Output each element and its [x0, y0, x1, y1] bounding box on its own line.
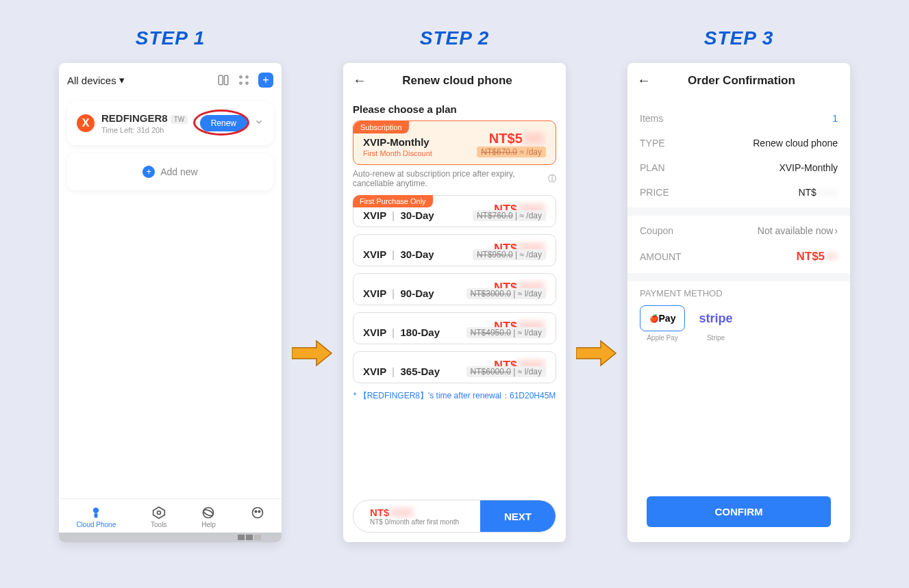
subscription-badge: Subscription	[353, 121, 409, 133]
items-value: 1	[832, 113, 838, 124]
amount-label: AMOUNT	[640, 251, 682, 262]
add-device-button[interactable]: +	[258, 73, 273, 88]
chevron-down-icon: ▾	[119, 74, 125, 86]
svg-point-13	[258, 511, 260, 513]
applepay-icon: 🍎Pay	[640, 305, 685, 331]
choose-plan-prompt: Please choose a plan	[353, 103, 556, 115]
svg-point-5	[246, 82, 248, 84]
layout-toggle-icon[interactable]	[217, 74, 229, 86]
plan-badge: First Purchase Only	[353, 195, 433, 207]
next-bar: NT$000 NT$ 0/month after first month NEX…	[353, 500, 556, 533]
add-new-label: Add new	[160, 166, 197, 177]
all-devices-dropdown[interactable]: All devices ▾	[67, 74, 125, 86]
plan-label: PLAN	[640, 162, 665, 173]
renewal-time-note: * 【REDFINGER8】's time after renewal：61D2…	[353, 390, 556, 402]
svg-point-2	[240, 76, 242, 78]
svg-point-4	[240, 82, 242, 84]
svg-point-6	[93, 508, 99, 513]
plan-price: NT$500	[489, 131, 546, 146]
svg-marker-14	[292, 341, 332, 366]
footer-subprice: NT$ 0/month after first month	[370, 518, 480, 526]
tools-icon	[152, 506, 166, 520]
svg-rect-1	[225, 75, 228, 85]
coupon-label: Coupon	[640, 225, 673, 236]
tab-label: Tools	[151, 521, 166, 528]
plan-card[interactable]: XVIP | 30-DayNT$000NT$950.0 | ≈ /day	[353, 234, 556, 266]
dropdown-label: All devices	[67, 75, 116, 86]
profile-icon	[251, 506, 264, 520]
back-button[interactable]: ←	[353, 73, 366, 88]
plan-card[interactable]: XVIP | 90-DayNT$000NT$3000.0 | ≈ l/day	[353, 273, 556, 305]
plan-card[interactable]: First Purchase OnlyXVIP | 30-DayNT$000NT…	[353, 195, 556, 227]
coupon-value: Not available now ›	[758, 225, 838, 236]
help-icon	[201, 506, 215, 520]
tab-tools[interactable]: Tools	[151, 506, 166, 528]
renew-button[interactable]: Renew	[200, 115, 247, 131]
add-new-card[interactable]: + Add new	[67, 153, 273, 190]
tab-cloud-phone[interactable]: Cloud Phone	[76, 506, 116, 528]
tab-profile[interactable]	[251, 506, 264, 528]
step1-phone: All devices ▾ + X REDFINGER8TW Time Left…	[59, 63, 282, 542]
footer-price: NT$000	[370, 507, 480, 518]
device-name: REDFINGER8	[101, 112, 168, 124]
price-value: NT$0000	[798, 187, 838, 198]
svg-point-11	[252, 508, 262, 518]
step-heading-1: STEP 1	[136, 27, 205, 49]
plan-card[interactable]: XVIP | 180-DayNT$000NT$4950.0 | ≈ l/day	[353, 312, 556, 344]
svg-rect-7	[95, 513, 98, 518]
svg-point-12	[255, 511, 257, 513]
page-title: Renew cloud phone	[372, 74, 543, 88]
tab-help[interactable]: Help	[201, 506, 216, 528]
device-timeleft: Time Left: 31d 20h	[101, 126, 200, 134]
stripe-icon: stripe	[693, 305, 738, 331]
arrow-icon	[576, 340, 617, 367]
svg-point-3	[246, 76, 248, 78]
payment-caption: Stripe	[707, 334, 725, 342]
arrow-icon	[292, 340, 333, 367]
chevron-right-icon: ›	[834, 225, 838, 236]
plan-original-price: NT$6000.0 | ≈ l/day	[466, 366, 546, 377]
payment-method-stripe[interactable]: stripe Stripe	[693, 305, 738, 342]
svg-rect-0	[219, 75, 223, 85]
payment-caption: Apple Pay	[647, 334, 678, 342]
plan-original-price: NT$4950.0 | ≈ l/day	[466, 327, 546, 338]
plan-original-price: NT$3000.0 | ≈ l/day	[466, 288, 546, 299]
svg-point-8	[157, 511, 160, 515]
svg-marker-15	[576, 341, 616, 366]
device-avatar: X	[77, 114, 95, 132]
step3-phone: ← Order Confirmation Items1 TYPERenew cl…	[627, 63, 850, 542]
amount-value: NT$500	[797, 250, 838, 264]
plan-value: XVIP-Monthly	[779, 162, 838, 173]
step2-phone: ← Renew cloud phone Please choose a plan…	[343, 63, 566, 542]
plan-card[interactable]: XVIP | 365-DayNT$000NT$6000.0 | ≈ l/day	[353, 351, 556, 383]
coupon-row[interactable]: CouponNot available now ›	[640, 218, 838, 243]
cloud-phone-icon	[89, 506, 103, 520]
device-region-badge: TW	[171, 115, 188, 124]
grid-icon[interactable]	[238, 74, 250, 86]
chevron-down-icon[interactable]	[254, 117, 264, 129]
page-title: Order Confirmation	[656, 74, 827, 88]
back-button[interactable]: ←	[637, 73, 651, 88]
plan-selected-card[interactable]: Subscription XVIP-Monthly First Month Di…	[353, 120, 556, 165]
info-icon[interactable]: ⓘ	[548, 173, 556, 185]
step-heading-3: STEP 3	[704, 27, 773, 49]
type-label: TYPE	[640, 138, 665, 149]
items-label: Items	[640, 113, 663, 124]
tab-label: Cloud Phone	[76, 521, 116, 528]
device-card[interactable]: X REDFINGER8TW Time Left: 31d 20h Renew	[67, 101, 273, 145]
tab-label: Help	[201, 521, 216, 528]
payment-method-label: PAYMENT METHOD	[640, 288, 838, 298]
step-heading-2: STEP 2	[420, 27, 489, 49]
plan-original-price: NT$670.0 ≈ /day	[477, 146, 546, 157]
plus-icon: +	[142, 166, 155, 178]
plan-original-price: NT$760.0 | ≈ /day	[473, 210, 546, 221]
payment-method-applepay[interactable]: 🍎Pay Apple Pay	[640, 305, 685, 342]
type-value: Renew cloud phone	[753, 138, 838, 149]
next-button[interactable]: NEXT	[480, 500, 556, 532]
plan-original-price: NT$950.0 | ≈ /day	[473, 249, 546, 260]
bottom-tabbar: Cloud Phone Tools Help	[59, 498, 282, 533]
autorenew-note: Auto-renew at subscription price after e…	[353, 169, 556, 188]
confirm-button[interactable]: CONFIRM	[647, 496, 831, 527]
bottom-system-bar	[59, 533, 282, 542]
price-label: PRICE	[640, 187, 669, 198]
